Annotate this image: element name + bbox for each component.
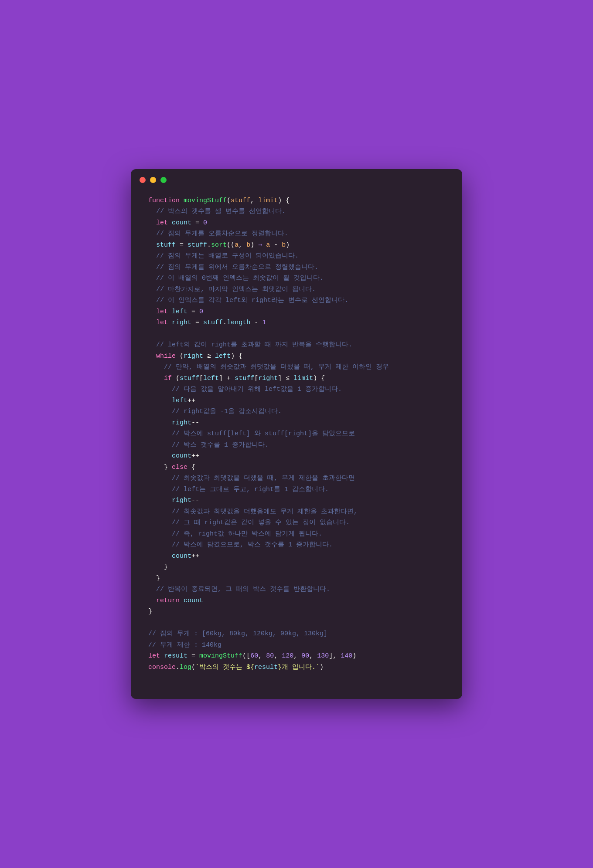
code-editor: function movingStuff(stuff, limit) { // …	[131, 191, 462, 682]
title-bar	[131, 169, 462, 191]
close-button[interactable]	[140, 177, 146, 183]
maximize-button[interactable]	[160, 177, 167, 183]
minimize-button[interactable]	[150, 177, 156, 183]
code-window: function movingStuff(stuff, limit) { // …	[131, 169, 462, 699]
